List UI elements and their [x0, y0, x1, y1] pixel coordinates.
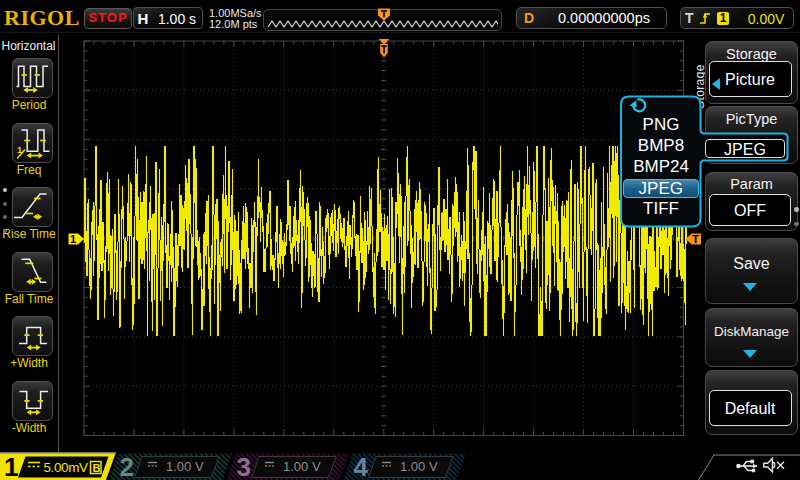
- svg-text:4: 4: [354, 452, 369, 480]
- svg-text:1.00 V: 1.00 V: [166, 459, 204, 474]
- svg-text:1.00 V: 1.00 V: [400, 459, 438, 474]
- svg-text:B: B: [93, 462, 101, 474]
- svg-text:3: 3: [237, 452, 251, 480]
- svg-text:1.00 V: 1.00 V: [283, 459, 321, 474]
- svg-text:2: 2: [120, 452, 134, 480]
- svg-text:5.00mV: 5.00mV: [44, 460, 89, 475]
- svg-text:1: 1: [4, 452, 18, 480]
